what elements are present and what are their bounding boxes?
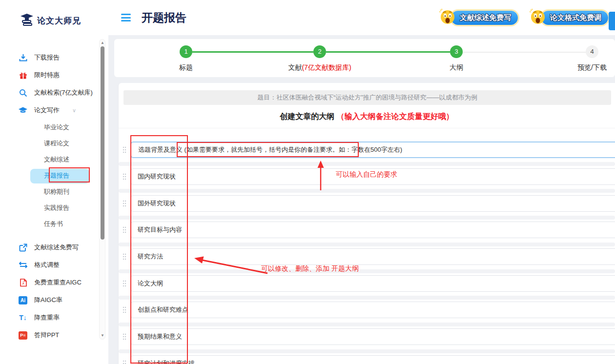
- logo[interactable]: 论文大师兄: [0, 0, 108, 28]
- outline-input[interactable]: [130, 328, 615, 345]
- step-1-circle: 1: [180, 45, 192, 58]
- drag-handle-icon[interactable]: [123, 280, 126, 287]
- sidebar-item-free-review-write[interactable]: 文献综述免费写: [0, 239, 98, 256]
- logo-books-cap-icon: [20, 13, 34, 28]
- outline-input[interactable]: [130, 248, 615, 265]
- sidebar-item-opening-report[interactable]: 开题报告: [0, 167, 98, 183]
- sidebar-item-label: 论文写作: [34, 106, 60, 115]
- drag-handle-icon[interactable]: [123, 333, 126, 340]
- sidebar-item-label: 职称期刊: [44, 187, 69, 196]
- promo-literature-review-free[interactable]: 文献综述免费写: [438, 8, 518, 27]
- outline-panel: 题目：社区体医融合视域下“运动处方”推广的困境与路径研究——以成都市为例 创建文…: [119, 83, 615, 364]
- step-2-circle: 2: [313, 45, 326, 58]
- sidebar-item-label: 限时特惠: [34, 71, 60, 80]
- scrollbar-up-icon[interactable]: ▲: [100, 40, 105, 45]
- clipped-right-button[interactable]: [609, 12, 615, 30]
- outline-row: [119, 275, 615, 292]
- wow-emoji-icon: [529, 8, 546, 27]
- outline-input[interactable]: [130, 195, 615, 212]
- drag-handle-icon[interactable]: [123, 306, 126, 313]
- sidebar-item-limited-offer[interactable]: 限时特惠: [0, 66, 98, 84]
- sidebar-item-reduce-duplicate[interactable]: T↓ 降查重率: [0, 309, 98, 326]
- sidebar-item-format-adjust[interactable]: 格式调整: [0, 256, 98, 274]
- promo-badge-label: 文献综述免费写: [451, 11, 518, 25]
- sidebar-item-label: 文献综述: [44, 155, 69, 164]
- sidebar-item-course-paper[interactable]: 课程论文: [0, 135, 98, 151]
- step-connector: [326, 51, 450, 53]
- outline-row: [119, 302, 615, 318]
- scrollbar-down-icon[interactable]: ▼: [100, 333, 105, 338]
- sidebar-item-label: 降查重率: [34, 313, 60, 322]
- sidebar-item-label: 任务书: [44, 220, 63, 228]
- outline-row: [119, 168, 615, 185]
- outline-input[interactable]: [130, 275, 615, 292]
- sidebar-item-practice-report[interactable]: 实践报告: [0, 200, 98, 216]
- sidebar-item-label: 下载报告: [34, 53, 60, 62]
- sidebar-item-label: 课程论文: [44, 139, 69, 148]
- promo-badge-label: 论文格式免费调: [541, 11, 608, 25]
- app-root: 论文大师兄 下载报告 限时特惠 文献检索(7亿文献库): [0, 0, 615, 364]
- row-separator: [119, 216, 615, 220]
- drag-handle-icon[interactable]: [123, 360, 126, 364]
- outline-row: [119, 222, 615, 238]
- step-4-circle: 4: [586, 45, 598, 58]
- outline-input[interactable]: [130, 168, 615, 185]
- logo-text: 论文大师兄: [37, 15, 81, 26]
- download-icon: [19, 53, 27, 62]
- sidebar-item-task-book[interactable]: 任务书: [0, 216, 98, 232]
- drag-handle-icon[interactable]: [123, 146, 126, 153]
- drag-handle-icon[interactable]: [123, 200, 126, 207]
- page-title: 开题报告: [142, 10, 186, 25]
- row-separator: [119, 162, 615, 166]
- share-export-icon: [19, 243, 27, 252]
- scrollbar-thumb[interactable]: [101, 46, 104, 240]
- outline-row: [119, 142, 615, 158]
- sidebar-item-literature-search[interactable]: 文献检索(7亿文献库): [0, 84, 98, 101]
- row-separator: [119, 323, 615, 326]
- heading-note: （输入大纲备注论文质量更好哦）: [337, 112, 454, 121]
- text-reduce-icon: T↓: [19, 313, 27, 322]
- drag-handle-icon[interactable]: [123, 173, 126, 180]
- row-separator: [119, 189, 615, 193]
- step-connector: [192, 51, 313, 53]
- sidebar-item-literature-review[interactable]: 文献综述: [0, 151, 98, 167]
- sidebar-scrollbar[interactable]: ▲ ▼: [99, 39, 105, 340]
- sidebar-item-paper-writing[interactable]: 论文写作 ∨: [0, 101, 98, 119]
- sidebar-item-label: 文献检索(7亿文献库): [34, 88, 93, 97]
- divider: [119, 128, 615, 128]
- sidebar-item-label: 开题报告: [44, 171, 69, 180]
- sidebar-item-reduce-aigc[interactable]: Ai 降AIGC率: [0, 291, 98, 309]
- step-3-label: 大纲: [408, 63, 505, 72]
- outline-input[interactable]: [130, 142, 615, 158]
- sidebar-item-free-check-aigc[interactable]: 免费查重查AIGC: [0, 274, 98, 291]
- step-1-label: 标题: [137, 63, 235, 72]
- sidebar: 论文大师兄 下载报告 限时特惠 文献检索(7亿文献库): [0, 0, 108, 364]
- sidebar-item-label: 毕业论文: [44, 123, 69, 132]
- sidebar-item-title-journal[interactable]: 职称期刊: [0, 183, 98, 200]
- hamburger-menu-icon[interactable]: [121, 14, 131, 21]
- graduation-cap-icon: [19, 106, 27, 115]
- panel-heading: 创建文章的大纲 （输入大纲备注论文质量更好哦）: [119, 112, 615, 122]
- sidebar-item-graduation-thesis[interactable]: 毕业论文: [0, 119, 98, 135]
- outline-input[interactable]: [130, 222, 615, 238]
- step-connector: [463, 52, 586, 53]
- drag-handle-icon[interactable]: [123, 253, 126, 260]
- sidebar-item-label: 实践报告: [44, 203, 69, 212]
- stepper: 1 标题 2 文献(7亿文献数据库) 3 大纲 4 预览/下载: [114, 39, 615, 77]
- outline-row: [119, 328, 615, 345]
- outline-input[interactable]: [130, 355, 615, 364]
- step-4-label: 预览/下载: [543, 63, 615, 72]
- gift-icon: [19, 71, 27, 80]
- step-2-label: 文献(7亿文献数据库): [271, 63, 369, 72]
- outline-row: [119, 195, 615, 212]
- chevron-down-icon: ∨: [72, 107, 76, 114]
- outline-input[interactable]: [130, 302, 615, 318]
- topic-bar: 题目：社区体医融合视域下“运动处方”推广的困境与路径研究——以成都市为例: [123, 90, 611, 105]
- drag-handle-icon[interactable]: [123, 226, 126, 233]
- promo-paper-format-free[interactable]: 论文格式免费调: [529, 8, 608, 27]
- sidebar-item-download-report[interactable]: 下载报告: [0, 49, 98, 66]
- sidebar-nav: 下载报告 限时特惠 文献检索(7亿文献库) 论文写作 ∨: [0, 49, 98, 344]
- sidebar-item-defense-ppt[interactable]: P≡ 答辩PPT: [0, 326, 98, 344]
- row-separator: [119, 269, 615, 273]
- outline-row: [119, 355, 615, 364]
